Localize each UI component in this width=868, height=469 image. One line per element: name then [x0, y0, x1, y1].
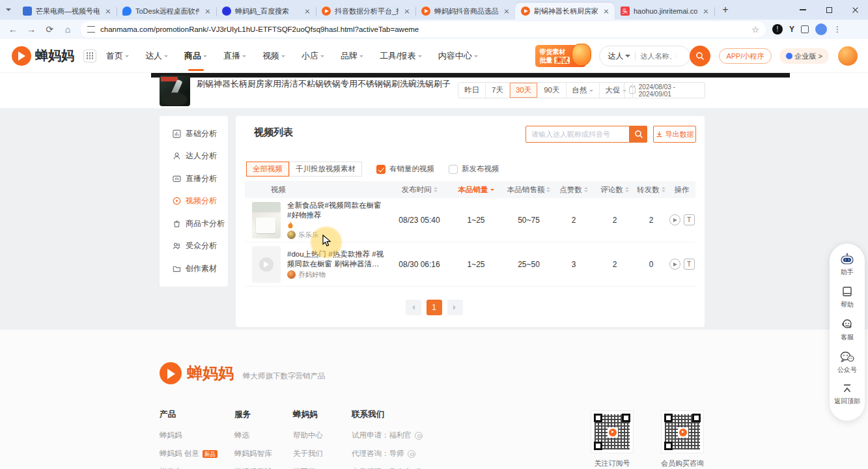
- col-likes[interactable]: 点赞数: [552, 185, 595, 195]
- col-revenue[interactable]: 本品销售额: [505, 185, 552, 195]
- close-tab-icon[interactable]: [602, 7, 611, 16]
- play-video-button[interactable]: [669, 259, 680, 270]
- close-tab-icon[interactable]: [303, 7, 312, 16]
- enterprise-button[interactable]: 企业版 >: [779, 48, 829, 64]
- sidebar-item-audience[interactable]: 受众分析: [160, 235, 228, 258]
- refresh-button[interactable]: ⟳: [44, 24, 55, 35]
- forward-button[interactable]: →: [26, 24, 36, 35]
- home-button[interactable]: ⌂: [63, 24, 73, 35]
- date-range-picker[interactable]: 2024/08/03 - 2024/09/01: [624, 82, 705, 98]
- filter-7d[interactable]: 7天: [486, 83, 510, 98]
- header-search[interactable]: 达人: [599, 46, 690, 66]
- browser-tab-active[interactable]: 刷锅神器长柄厨房家用清洁不: [515, 3, 615, 20]
- col-publish-time[interactable]: 发布时间: [392, 185, 447, 195]
- browser-tab[interactable]: 抖音数据分析平台_抖音直播: [316, 3, 415, 20]
- nav-content-center[interactable]: 内容中心: [438, 50, 478, 62]
- export-data-button[interactable]: 导出数据: [653, 126, 696, 143]
- header-search-button[interactable]: [690, 46, 710, 66]
- browser-tab[interactable]: 头haohuo.jinritemai.com/ecom: [615, 3, 714, 20]
- search-category-dropdown[interactable]: 达人: [608, 51, 630, 62]
- footer-contact[interactable]: 试用申请：福利官: [352, 431, 423, 440]
- panel-search-button[interactable]: [630, 126, 647, 143]
- next-page-button[interactable]: [447, 300, 463, 315]
- sidebar-item-product-card[interactable]: 商品卡分析: [160, 212, 228, 235]
- nav-video[interactable]: 视频: [262, 50, 285, 62]
- col-comments[interactable]: 评论数: [595, 185, 634, 195]
- sidebar-item-material[interactable]: 创作素材: [160, 257, 228, 280]
- col-shares[interactable]: 转发数: [634, 185, 668, 195]
- panel-search-input[interactable]: [525, 126, 630, 143]
- nav-home[interactable]: 首页: [106, 50, 129, 62]
- sidebar-item-daren[interactable]: 达人分析: [160, 145, 228, 168]
- browser-tab[interactable]: 蝉妈妈_百度搜索: [216, 3, 316, 20]
- video-thumbnail-placeholder[interactable]: [252, 246, 281, 283]
- checkbox-unchecked-icon[interactable]: [449, 165, 458, 174]
- checkbox-with-sales[interactable]: 有销量的视频: [376, 164, 434, 174]
- filter-tab-qianchuan[interactable]: 千川投放视频素材: [289, 162, 362, 177]
- close-tab-icon[interactable]: [203, 7, 212, 16]
- sidebar-item-live[interactable]: 直播分析: [160, 167, 228, 190]
- customer-service-button[interactable]: 客服: [840, 318, 854, 342]
- footer-link[interactable]: 帮助中心: [293, 431, 323, 440]
- browser-tab[interactable]: 芒果电商—视频号电商玩法全: [17, 3, 117, 20]
- bookmark-star-icon[interactable]: ☆: [751, 25, 759, 35]
- prev-page-button[interactable]: [406, 300, 421, 315]
- maximize-button[interactable]: [816, 0, 842, 20]
- nav-tools[interactable]: 工具/报表: [380, 50, 422, 62]
- url-text[interactable]: chanmama.com/promotionRank/-VJ3rUIyL1hU-…: [100, 25, 419, 33]
- filter-90d[interactable]: 90天: [538, 83, 566, 98]
- nav-brand[interactable]: 品牌: [341, 50, 363, 62]
- filter-30d[interactable]: 30天: [510, 83, 538, 98]
- extensions-puzzle-icon[interactable]: [801, 25, 809, 33]
- extension-y-icon[interactable]: Y: [789, 25, 794, 34]
- official-account-button[interactable]: 公众号: [837, 350, 857, 375]
- back-button[interactable]: ←: [8, 24, 18, 35]
- browser-tab[interactable]: ToDesk远程桌面软件-免费安: [117, 3, 216, 20]
- footer-contact[interactable]: 代理咨询：导师: [352, 449, 423, 459]
- tab-search-button[interactable]: [0, 0, 17, 20]
- close-tab-icon[interactable]: [701, 7, 710, 16]
- footer-link[interactable]: 蝉选: [234, 431, 272, 440]
- close-window-button[interactable]: [842, 0, 868, 20]
- browser-profile-avatar[interactable]: [815, 23, 827, 35]
- nav-daren[interactable]: 达人: [145, 50, 168, 62]
- close-tab-icon[interactable]: [402, 7, 412, 16]
- current-page-button[interactable]: 1: [427, 300, 442, 315]
- nav-shop[interactable]: 小店: [301, 50, 324, 62]
- transcript-button[interactable]: T: [684, 214, 695, 225]
- help-button[interactable]: 帮助: [841, 285, 854, 309]
- footer-link[interactable]: 蝉妈妈 创意新品: [160, 449, 217, 459]
- transcript-button[interactable]: T: [684, 259, 695, 270]
- product-title[interactable]: 刷锅神器长柄厨房家用清洁不粘锅铁锅专用不锈钢锅刷洗碗洗锅刷子: [197, 78, 470, 91]
- video-title[interactable]: 全新食品袋#视频同款在橱窗 #好物推荐: [287, 201, 385, 220]
- checkbox-checked-icon[interactable]: [376, 165, 385, 174]
- play-video-button[interactable]: [669, 214, 680, 225]
- chanmama-logo[interactable]: 蝉妈妈: [12, 46, 74, 66]
- address-bar[interactable]: chanmama.com/promotionRank/-VJ3rUIyL1hU-…: [81, 21, 766, 37]
- close-tab-icon[interactable]: [502, 7, 511, 16]
- minimize-button[interactable]: [790, 0, 816, 20]
- assistant-button[interactable]: 助手: [839, 253, 855, 277]
- browser-tab[interactable]: 蝉妈妈抖音商品选品库|抖音短视: [415, 3, 515, 20]
- close-tab-icon[interactable]: [104, 7, 113, 16]
- video-thumbnail[interactable]: [252, 202, 281, 238]
- filter-tab-all-videos[interactable]: 全部视频: [246, 162, 289, 177]
- nav-live[interactable]: 直播: [223, 50, 246, 62]
- footer-logo[interactable]: 蝉妈妈 蝉大师旗下数字营销产品: [160, 362, 326, 384]
- col-sales-sorted[interactable]: 本品销量: [447, 185, 505, 195]
- video-author[interactable]: 乔妈好物: [287, 270, 385, 279]
- extension-icon[interactable]: !: [772, 24, 783, 35]
- new-tab-button[interactable]: +: [717, 1, 734, 18]
- filter-natural-dropdown[interactable]: 自然: [567, 83, 600, 98]
- sidebar-item-video[interactable]: 视频分析: [160, 190, 228, 213]
- filter-yesterday[interactable]: 昨日: [458, 83, 486, 98]
- user-avatar[interactable]: [838, 46, 858, 66]
- apps-grid-icon[interactable]: [83, 50, 96, 63]
- header-search-input[interactable]: [640, 52, 677, 60]
- footer-link[interactable]: 蝉妈妈: [160, 431, 217, 440]
- browser-menu-icon[interactable]: ⋮: [833, 25, 841, 34]
- checkbox-new-videos[interactable]: 新发布视频: [449, 164, 499, 174]
- nav-product[interactable]: 商品: [184, 50, 207, 62]
- footer-link[interactable]: 关于我们: [293, 449, 323, 459]
- footer-link[interactable]: 蝉妈妈智库: [234, 449, 272, 459]
